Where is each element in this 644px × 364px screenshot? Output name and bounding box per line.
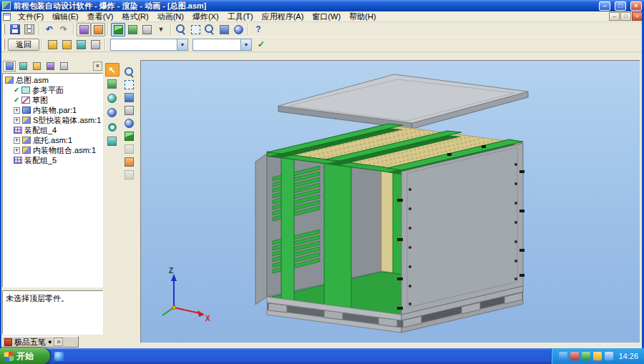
shaded-view-button[interactable]: [111, 23, 125, 36]
antivirus-icon[interactable]: [570, 352, 579, 360]
tree-item-root[interactable]: 总图.asm: [3, 75, 102, 85]
wireframe-view-button[interactable]: [140, 23, 154, 36]
render-style-button[interactable]: [77, 23, 91, 36]
explode-config-input[interactable]: [111, 40, 177, 49]
expander-icon[interactable]: +: [14, 117, 20, 124]
ime-bar[interactable]: 极品五笔 ● »: [1, 336, 79, 348]
expander-icon[interactable]: +: [14, 147, 20, 154]
tree-item-pallet-asm[interactable]: + 底托.asm:1: [3, 135, 102, 145]
ime-mode-icon[interactable]: ●: [48, 338, 52, 346]
menu-edit[interactable]: 编辑(E): [48, 11, 83, 23]
start-label: 开始: [16, 350, 34, 363]
flashlight-left-button[interactable]: [45, 38, 59, 51]
accept-button[interactable]: ✓: [254, 38, 268, 51]
quick-launch-icon[interactable]: [54, 352, 64, 361]
back-button[interactable]: 返回: [8, 39, 39, 51]
tab-assembly-tree[interactable]: [3, 61, 16, 72]
menu-view[interactable]: 查看(V): [83, 11, 118, 23]
zoom-fit-button[interactable]: [203, 23, 217, 36]
tree-item-contents-asm[interactable]: + 内装物组合.asm:1: [3, 145, 102, 155]
common-views-button[interactable]: [123, 130, 136, 142]
animation-combo[interactable]: ▼: [192, 39, 252, 51]
menu-window[interactable]: 窗口(W): [308, 11, 345, 23]
render-sphere-button[interactable]: [105, 92, 119, 105]
network-icon[interactable]: [559, 352, 567, 360]
explode-config-combo[interactable]: ▼: [110, 39, 188, 51]
explode-tool-button[interactable]: [123, 156, 136, 168]
spotlight-button[interactable]: [74, 38, 88, 51]
material-tool-button[interactable]: [105, 77, 119, 91]
mdi-restore-button[interactable]: □: [620, 12, 631, 21]
prompt-panel: 未选择顶层零件。: [2, 290, 103, 335]
pan-tool-button[interactable]: [123, 104, 136, 117]
save-button[interactable]: [8, 23, 22, 36]
clock[interactable]: 14:26: [618, 352, 638, 360]
zoom-area-tool-button[interactable]: [123, 79, 136, 91]
maximize-button[interactable]: □: [615, 1, 626, 11]
menu-file[interactable]: 文件(F): [14, 11, 48, 23]
tree-item-contents-part[interactable]: + 内装物.par:1: [3, 105, 102, 115]
expander-icon[interactable]: +: [14, 107, 20, 114]
menu-help[interactable]: 帮助(H): [345, 11, 380, 23]
menu-format[interactable]: 格式(R): [117, 11, 152, 23]
menu-animation[interactable]: 动画(N): [153, 11, 188, 23]
menu-tools[interactable]: 工具(T): [223, 11, 258, 23]
animation-input[interactable]: [193, 40, 240, 49]
fit-tool-button[interactable]: [123, 92, 136, 104]
start-button[interactable]: 开始: [0, 348, 50, 364]
toolbar-grip[interactable]: [3, 24, 5, 34]
document-icon[interactable]: [3, 13, 11, 21]
zoom-in-button[interactable]: [174, 23, 188, 36]
camera-button[interactable]: [88, 38, 102, 51]
render-scene-button[interactable]: [91, 23, 105, 36]
tree-item-group-4[interactable]: 装配组_4: [3, 125, 102, 135]
toolbar-grip[interactable]: [3, 39, 5, 49]
tree-item-box-asm[interactable]: + S型快装箱体.asm:1: [3, 115, 102, 125]
model-3d-view[interactable]: Z X: [141, 61, 640, 343]
windows-flag-icon: [4, 351, 14, 361]
mdi-minimize-button[interactable]: –: [609, 12, 620, 21]
environment-tool-button[interactable]: [105, 134, 119, 148]
tab-family[interactable]: [30, 61, 43, 72]
animation-tool-button[interactable]: [123, 169, 136, 181]
tab-sensors[interactable]: [44, 61, 57, 72]
rotate-tool-button[interactable]: [123, 117, 136, 129]
zoom-area-button[interactable]: [188, 23, 203, 36]
context-help-button[interactable]: ?: [251, 23, 265, 36]
select-mode-button[interactable]: [125, 23, 140, 36]
chevron-down-icon[interactable]: ▼: [240, 39, 251, 50]
ime-logo-icon[interactable]: [4, 338, 12, 346]
select-tool-button[interactable]: ↖: [105, 63, 119, 77]
menu-applications[interactable]: 应用程序(A): [258, 11, 308, 23]
texture-tool-button[interactable]: [105, 106, 119, 119]
reflection-tool-button[interactable]: [105, 120, 119, 134]
rotate-view-button[interactable]: [231, 23, 245, 36]
menu-explode[interactable]: 爆炸(X): [188, 11, 223, 23]
pan-button[interactable]: [217, 23, 231, 36]
redo-button[interactable]: ↷: [57, 23, 71, 36]
print-button[interactable]: [22, 23, 36, 36]
zoom-tool-button[interactable]: [123, 66, 136, 78]
edgebar-close-button[interactable]: ×: [93, 62, 102, 71]
view-options-dropdown[interactable]: ▼: [154, 23, 168, 36]
tab-library[interactable]: [16, 61, 29, 72]
close-button[interactable]: ×: [630, 1, 642, 11]
messenger-icon[interactable]: [605, 352, 613, 360]
tree-item-sketch[interactable]: ✓ 草图: [3, 95, 102, 105]
tree-item-group-5[interactable]: 装配组_5: [3, 155, 102, 165]
ime-options-icon[interactable]: »: [54, 338, 63, 346]
expander-icon[interactable]: +: [14, 137, 20, 144]
shading-tool-button[interactable]: [123, 143, 136, 155]
crate-lid[interactable]: [278, 74, 528, 129]
mdi-close-button[interactable]: ×: [632, 12, 643, 21]
security-shield-icon[interactable]: [582, 352, 590, 360]
model-viewport[interactable]: Z X: [140, 60, 640, 343]
chevron-down-icon[interactable]: ▼: [177, 39, 187, 50]
minimize-button[interactable]: –: [599, 1, 610, 11]
undo-button[interactable]: ↶: [42, 23, 57, 36]
tree-item-ref-planes[interactable]: ✓ 参考平面: [3, 85, 102, 95]
crate-right-panel[interactable]: [397, 143, 525, 315]
volume-icon[interactable]: [593, 352, 602, 360]
flashlight-right-button[interactable]: [59, 38, 74, 51]
tab-layers[interactable]: [57, 61, 70, 72]
